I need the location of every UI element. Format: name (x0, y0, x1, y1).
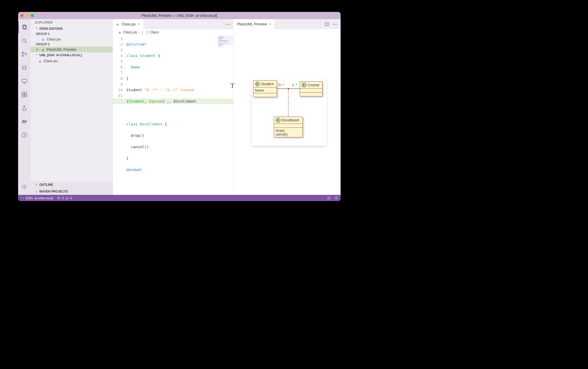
status-bar: SSH: ai-chan.local 0 0 (18, 195, 341, 201)
code-editor[interactable]: 123456789101112 @startuml class Student … (113, 35, 233, 195)
file-class-pu[interactable]: ≡Class.pu (31, 58, 113, 64)
svg-point-30 (288, 88, 289, 89)
settings-gear-icon[interactable] (18, 181, 31, 193)
class-badge-icon: C (276, 118, 281, 123)
vscode-window: PlantUML Preview — UML [SSH: ai-chan.loc… (18, 12, 341, 201)
svg-line-10 (23, 66, 23, 67)
svg-rect-17 (22, 92, 24, 94)
svg-point-37 (328, 197, 330, 200)
svg-line-3 (25, 41, 27, 43)
svg-point-6 (25, 54, 27, 55)
svg-point-36 (67, 199, 67, 199)
svg-rect-0 (23, 25, 26, 29)
chevron-right-icon (36, 189, 38, 194)
line-number-gutter: 123456789101112 (113, 35, 126, 195)
zoom-window-button[interactable] (31, 14, 34, 17)
traffic-lights (20, 14, 34, 17)
remote-explorer-icon[interactable] (18, 75, 31, 87)
explorer-icon[interactable] (18, 21, 31, 33)
notifications-icon[interactable] (334, 196, 338, 200)
minimize-window-button[interactable] (26, 14, 29, 17)
code-content[interactable]: @startuml class Student { Name } Student… (126, 35, 233, 195)
outline-section[interactable]: OUTLINE (31, 181, 113, 188)
debug-icon[interactable] (18, 62, 31, 74)
open-editors-section[interactable]: OPEN EDITORS (31, 26, 113, 32)
source-control-icon[interactable] (18, 48, 31, 60)
file-icon: ≡ (116, 23, 120, 26)
window-title: PlantUML Preview — UML [SSH: ai-chan.loc… (18, 13, 341, 18)
remote-indicator[interactable]: SSH: ai-chan.local (21, 196, 53, 200)
svg-point-39 (329, 198, 329, 198)
multiplicity-left: 0..* (279, 83, 284, 87)
svg-point-2 (23, 39, 26, 42)
svg-point-26 (24, 186, 25, 188)
svg-point-4 (22, 52, 24, 53)
timeline-icon[interactable] (18, 129, 31, 141)
svg-rect-1 (24, 26, 26, 29)
titlebar[interactable]: PlantUML Preview — UML [SSH: ai-chan.loc… (18, 12, 341, 19)
svg-point-5 (22, 55, 24, 56)
open-editor-plantuml-preview[interactable]: ×≡PlantUML Preview (31, 47, 113, 52)
multiplicity-right: 1..* (292, 83, 297, 87)
test-icon[interactable] (18, 102, 31, 114)
chevron-right-icon: › (139, 30, 140, 34)
sidebar-title: EXPLORER (31, 19, 113, 26)
close-tab-icon[interactable]: × (269, 22, 271, 26)
close-window-button[interactable] (20, 14, 24, 17)
editor-tabbar: ≡ Class.pu × ⋯ (113, 19, 233, 29)
open-editor-class-pu[interactable]: ≡Class.pu (31, 36, 113, 42)
file-icon: ≡ (39, 59, 42, 62)
workspace-section[interactable]: UML [SSH: AI-CHAN.LOCAL] (31, 52, 113, 58)
close-tab-icon[interactable]: × (138, 22, 140, 26)
extensions-icon[interactable] (18, 89, 31, 101)
svg-rect-19 (22, 95, 24, 97)
svg-point-38 (328, 198, 329, 198)
chevron-down-icon (36, 27, 38, 31)
class-badge-icon: C (302, 82, 307, 88)
sidebar-bottom-panels: OUTLINE MAVEN PROJECTS (31, 181, 113, 195)
docker-icon[interactable] (18, 116, 31, 127)
svg-line-13 (25, 69, 26, 69)
svg-rect-24 (23, 120, 24, 121)
maven-projects-section[interactable]: MAVEN PROJECTS (31, 188, 113, 195)
code-editor-panel: ≡ Class.pu × ⋯ ≡ Class.pu › { } Class (113, 19, 233, 195)
svg-rect-18 (25, 92, 27, 94)
file-icon: ≡ (42, 48, 45, 51)
breadcrumb[interactable]: ≡ Class.pu › { } Class (113, 29, 233, 35)
chevron-right-icon (36, 183, 38, 187)
group-1-label: GROUP 1 (31, 32, 113, 36)
svg-rect-14 (22, 79, 27, 82)
tab-plantuml-preview[interactable]: PlantUML Preview × (233, 19, 274, 29)
chevron-down-icon (36, 53, 38, 57)
group-2-label: GROUP 2 (31, 42, 113, 47)
svg-line-12 (23, 69, 23, 69)
uml-class-student: CStudent Name (253, 80, 277, 97)
class-badge-icon: C (255, 81, 260, 87)
tab-class-pu[interactable]: ≡ Class.pu × (113, 19, 143, 29)
editor-area: ≡ Class.pu × ⋯ ≡ Class.pu › { } Class (113, 19, 341, 195)
svg-rect-20 (25, 95, 27, 97)
explorer-sidebar: EXPLORER OPEN EDITORS GROUP 1 ≡Class.pu … (31, 19, 113, 195)
preview-tabbar: PlantUML Preview × ⋯ (233, 19, 341, 29)
more-actions-icon[interactable]: ⋯ (225, 21, 231, 27)
uml-diagram: 0..* 1..* CStudent Name CCourse (252, 78, 327, 146)
file-icon: ≡ (119, 31, 122, 34)
uml-class-course: CCourse (300, 81, 322, 96)
activity-bar (18, 19, 31, 195)
more-actions-icon[interactable]: ⋯ (332, 21, 338, 27)
split-editor-icon[interactable] (325, 22, 329, 26)
uml-class-enrollment: CEnrollment drop() cancel() (274, 117, 303, 137)
preview-canvas[interactable]: T 0..* 1..* CStudent Name (233, 29, 341, 195)
feedback-icon[interactable] (327, 196, 331, 200)
close-editor-icon[interactable]: × (36, 47, 38, 52)
problems-indicator[interactable]: 0 0 (57, 196, 72, 200)
file-icon: ≡ (42, 38, 45, 41)
svg-line-11 (25, 66, 26, 67)
search-icon[interactable] (18, 35, 31, 47)
symbol-namespace-icon: { } (142, 30, 148, 34)
preview-panel: PlantUML Preview × ⋯ T (233, 19, 341, 195)
